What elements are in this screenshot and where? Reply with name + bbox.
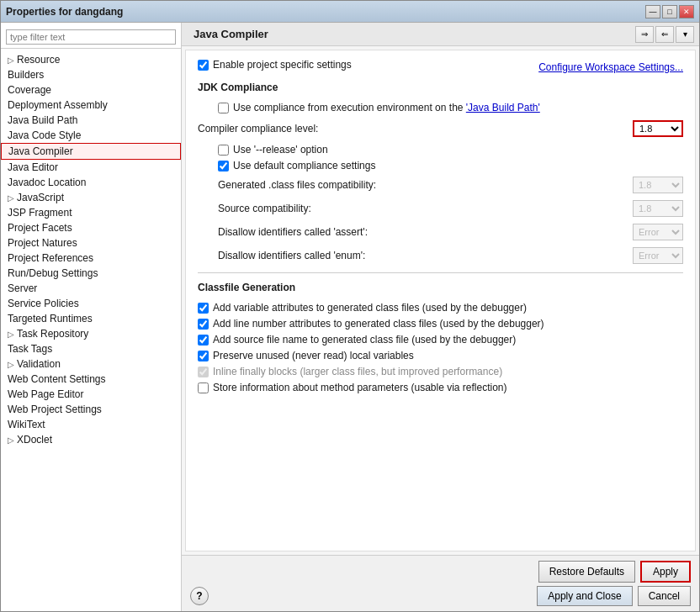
disallow-assert-row: Disallow identifiers called 'assert': Er…: [218, 224, 683, 240]
sidebar-label: Coverage: [8, 84, 51, 96]
properties-window: Properties for dangdang — □ ✕ ▷ Resource…: [0, 0, 700, 612]
sidebar-label: JSP Fragment: [8, 207, 72, 219]
add-source-file-checkbox[interactable]: [198, 335, 209, 346]
disallow-enum-label: Disallow identifiers called 'enum':: [218, 250, 633, 261]
sidebar-item-javascript[interactable]: ▷ JavaScript: [1, 190, 181, 205]
panel-content: Enable project specific settings Configu…: [185, 50, 696, 551]
arrow-icon: ▷: [8, 55, 14, 65]
sidebar-item-server[interactable]: Server: [1, 281, 181, 296]
source-compat-dropdown[interactable]: 1.8: [633, 200, 683, 217]
enable-settings-row: Enable project specific settings Configu…: [198, 59, 683, 75]
sidebar-label: Resource: [17, 54, 60, 66]
sidebar-item-xdoclet[interactable]: ▷ XDoclet: [1, 432, 181, 447]
nav-forward-button[interactable]: ⇒: [635, 26, 654, 43]
preserve-unused-checkbox[interactable]: [198, 351, 209, 361]
store-info-checkbox[interactable]: [198, 382, 209, 393]
sidebar-item-web-project-settings[interactable]: Web Project Settings: [1, 402, 181, 417]
right-buttons: Apply and Close Cancel: [537, 586, 691, 606]
sidebar-item-wikitext[interactable]: WikiText: [1, 417, 181, 432]
panel-toolbar: Java Compiler ⇒ ⇐ ▾: [182, 23, 699, 46]
sidebar-label: Java Code Style: [8, 129, 81, 141]
sidebar-item-project-natures[interactable]: Project Natures: [1, 235, 181, 251]
main-panel: Java Compiler ⇒ ⇐ ▾ Enable project speci…: [182, 23, 699, 611]
close-button[interactable]: ✕: [679, 5, 694, 18]
sidebar-item-builders[interactable]: Builders: [1, 67, 181, 82]
disallow-enum-row: Disallow identifiers called 'enum': Erro…: [218, 247, 683, 264]
sidebar-label: Task Repository: [17, 328, 88, 340]
titlebar: Properties for dangdang — □ ✕: [1, 1, 699, 23]
use-default-compliance-row: Use default compliance settings: [218, 160, 683, 171]
arrow-icon: ▷: [8, 360, 14, 369]
jdk-section-header: JDK Compliance: [198, 82, 683, 95]
sidebar-item-project-facets[interactable]: Project Facets: [1, 220, 181, 235]
sidebar-item-java-editor[interactable]: Java Editor: [1, 160, 181, 175]
sidebar-label: Project References: [8, 252, 93, 264]
bottom-row2: ? Apply and Close Cancel: [190, 586, 691, 606]
sidebar-item-jsp-fragment[interactable]: JSP Fragment: [1, 205, 181, 220]
use-release-label: Use '--release' option: [233, 144, 328, 156]
configure-workspace-link[interactable]: Configure Workspace Settings...: [538, 61, 683, 73]
cancel-button[interactable]: Cancel: [638, 586, 691, 606]
sidebar-label: Web Project Settings: [8, 404, 102, 415]
sidebar-item-service-policies[interactable]: Service Policies: [1, 296, 181, 311]
section-divider: [198, 272, 683, 273]
arrow-icon: ▷: [8, 193, 14, 203]
generated-class-label: Generated .class files compatibility:: [218, 179, 633, 191]
sidebar-item-web-page-editor[interactable]: Web Page Editor: [1, 387, 181, 402]
sidebar-item-web-content-settings[interactable]: Web Content Settings: [1, 372, 181, 387]
sidebar-label: JavaScript: [17, 192, 64, 203]
apply-button[interactable]: Apply: [640, 561, 691, 583]
compiler-compliance-row: Compiler compliance level: 1.6 1.7 1.8 9…: [198, 120, 683, 137]
sidebar-item-java-code-style[interactable]: Java Code Style: [1, 128, 181, 143]
main-content: ▷ Resource Builders Coverage Deployment …: [1, 23, 699, 611]
disallow-enum-dropdown[interactable]: Error Warning Ignore: [633, 247, 683, 264]
use-execution-env-row: Use compliance from execution environmen…: [218, 102, 683, 113]
sidebar-label: Project Facets: [8, 222, 72, 234]
add-variable-checkbox[interactable]: [198, 303, 209, 314]
sidebar-item-deployment-assembly[interactable]: Deployment Assembly: [1, 98, 181, 113]
sidebar-item-task-tags[interactable]: Task Tags: [1, 341, 181, 356]
enable-settings-checkbox[interactable]: [198, 60, 209, 71]
filter-box: [1, 26, 181, 49]
compiler-compliance-dropdown[interactable]: 1.6 1.7 1.8 9 10 11: [633, 120, 683, 137]
sidebar-item-run-debug-settings[interactable]: Run/Debug Settings: [1, 266, 181, 281]
use-execution-env-checkbox[interactable]: [218, 103, 229, 113]
sidebar-label: Javadoc Location: [8, 177, 86, 188]
arrow-icon: ▷: [8, 330, 14, 339]
add-variable-label: Add variable attributes to generated cla…: [213, 302, 527, 314]
inline-finally-checkbox[interactable]: [198, 367, 209, 377]
sidebar-item-task-repository[interactable]: ▷ Task Repository: [1, 326, 181, 341]
add-source-file-row: Add source file name to generated class …: [198, 334, 683, 346]
sidebar-label: Java Compiler: [8, 145, 73, 157]
sidebar-item-resource[interactable]: ▷ Resource: [1, 52, 181, 67]
use-release-row: Use '--release' option: [218, 144, 683, 156]
disallow-assert-dropdown[interactable]: Error Warning Ignore: [633, 224, 683, 240]
sidebar-item-targeted-runtimes[interactable]: Targeted Runtimes: [1, 311, 181, 326]
enable-checkbox-row: Enable project specific settings: [198, 59, 352, 71]
maximize-button[interactable]: □: [662, 5, 677, 18]
search-input[interactable]: [6, 29, 176, 45]
add-line-number-row: Add line number attributes to generated …: [198, 318, 683, 330]
sidebar-item-java-build-path[interactable]: Java Build Path: [1, 113, 181, 128]
use-release-checkbox[interactable]: [218, 145, 229, 156]
restore-defaults-button[interactable]: Restore Defaults: [538, 561, 635, 583]
sidebar-label: Run/Debug Settings: [8, 267, 98, 279]
nav-dropdown-button[interactable]: ▾: [676, 26, 694, 43]
use-execution-env-label: Use compliance from execution environmen…: [233, 102, 540, 113]
sidebar-label: XDoclet: [17, 434, 52, 446]
nav-back-button[interactable]: ⇐: [655, 26, 674, 43]
add-variable-row: Add variable attributes to generated cla…: [198, 302, 683, 314]
generated-class-dropdown[interactable]: 1.8: [633, 177, 683, 193]
sidebar-item-coverage[interactable]: Coverage: [1, 82, 181, 98]
sidebar-item-javadoc-location[interactable]: Javadoc Location: [1, 175, 181, 190]
sidebar-item-java-compiler[interactable]: Java Compiler: [1, 143, 181, 160]
sidebar-label: Java Build Path: [8, 114, 77, 126]
sidebar-item-project-references[interactable]: Project References: [1, 251, 181, 266]
apply-and-close-button[interactable]: Apply and Close: [537, 586, 632, 606]
minimize-button[interactable]: —: [645, 5, 660, 18]
help-button[interactable]: ?: [190, 587, 209, 605]
add-line-number-checkbox[interactable]: [198, 319, 209, 330]
use-default-compliance-checkbox[interactable]: [218, 161, 229, 171]
sidebar-item-validation[interactable]: ▷ Validation: [1, 356, 181, 372]
sidebar-label: Java Editor: [8, 161, 58, 173]
